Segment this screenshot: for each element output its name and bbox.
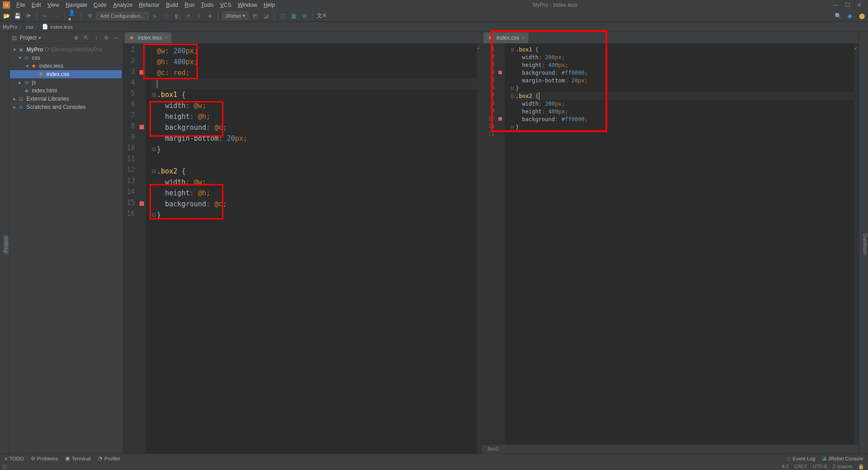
- notifications-icon[interactable]: ◉: [845, 11, 854, 20]
- tree-folder-js[interactable]: ▸🗀js: [10, 78, 122, 87]
- collapse-icon[interactable]: ⇱: [83, 34, 90, 41]
- close-tab-icon[interactable]: ×: [522, 35, 525, 41]
- crumb-folder[interactable]: css: [26, 24, 34, 30]
- crumb-selector[interactable]: .box2: [486, 446, 499, 451]
- code-line[interactable]: ⊟}: [510, 84, 854, 92]
- menu-navigate[interactable]: Navigate: [63, 1, 90, 9]
- code-line[interactable]: [151, 155, 477, 166]
- code-line[interactable]: width: 200px;: [510, 53, 854, 61]
- menu-view[interactable]: View: [45, 1, 62, 9]
- toolwin-jrebel-console[interactable]: ◪ JRebel Console: [822, 455, 863, 461]
- sync-icon[interactable]: ⟳: [24, 11, 33, 20]
- code-line[interactable]: @w: 200px;: [151, 46, 477, 56]
- code-line[interactable]: ⊟.box2 {: [151, 166, 477, 177]
- crumb-file[interactable]: index.less: [50, 24, 72, 30]
- breakpoint-gutter[interactable]: [139, 44, 146, 454]
- code-line[interactable]: width: 200px;: [510, 100, 854, 107]
- close-icon[interactable]: ✕: [856, 2, 863, 8]
- status-line-sep[interactable]: CRLF: [794, 464, 807, 470]
- code-line[interactable]: ⊟}: [151, 144, 477, 155]
- menu-tools[interactable]: Tools: [198, 1, 217, 9]
- editor-body-right[interactable]: 123456789101112 ⊟.box1 { width: 200px; h…: [482, 44, 858, 444]
- code-line[interactable]: background: @c;: [151, 122, 477, 133]
- code-line[interactable]: [510, 131, 854, 138]
- user-icon[interactable]: 👤▾: [68, 11, 78, 20]
- forward-icon[interactable]: →: [52, 11, 61, 20]
- run-icon[interactable]: ▶: [150, 11, 160, 20]
- menu-code[interactable]: Code: [91, 1, 109, 9]
- code-line[interactable]: @h: 400px;: [151, 56, 477, 67]
- code-line[interactable]: background: @c;: [151, 199, 477, 209]
- toolwin-problems[interactable]: ⊘ Problems: [31, 455, 58, 461]
- translate-icon[interactable]: 文A: [317, 11, 326, 20]
- tree-project-root[interactable]: ▾▣ MyPro D:\Develop\Web\MyPro: [10, 46, 122, 54]
- status-caret-pos[interactable]: 4:1: [782, 464, 789, 470]
- debug-icon[interactable]: 🐞: [161, 11, 170, 20]
- menu-help[interactable]: Help: [261, 1, 278, 9]
- search-icon[interactable]: 🔍: [833, 11, 842, 20]
- code-line[interactable]: ⊟.box1 {: [151, 89, 477, 100]
- menu-analyze[interactable]: Analyze: [110, 1, 135, 9]
- tree-file-index-less[interactable]: ▾⬣index.less: [10, 62, 122, 70]
- menu-window[interactable]: Window: [235, 1, 260, 9]
- code-line[interactable]: ⊟}: [510, 123, 854, 131]
- tree-folder-css[interactable]: ▾🗀css: [10, 54, 122, 62]
- coverage-icon[interactable]: ◧: [172, 11, 181, 20]
- code-line[interactable]: width: @w;: [151, 100, 477, 111]
- tree-file-index-html[interactable]: ·◆index.html: [10, 87, 122, 95]
- stop-icon[interactable]: ■: [205, 11, 214, 20]
- jr-debug-icon[interactable]: ◪: [261, 11, 270, 20]
- run-config-select[interactable]: Add Configuration...: [96, 12, 149, 20]
- code-area[interactable]: @w: 200px; @h: 400px; @c: red; ⊟.box1 { …: [146, 44, 477, 454]
- toolwin-terminal[interactable]: ▣ Terminal: [65, 455, 91, 461]
- code-line[interactable]: ⊟.box2 {: [510, 92, 854, 100]
- save-icon[interactable]: 💾: [13, 11, 22, 20]
- minimize-icon[interactable]: —: [832, 2, 839, 8]
- tool2-icon[interactable]: ▦: [289, 11, 298, 20]
- tool1-icon[interactable]: ⬚: [278, 11, 287, 20]
- menu-file[interactable]: File: [14, 1, 28, 9]
- expand-icon[interactable]: ⊕: [72, 34, 80, 41]
- select-icon[interactable]: ↕: [93, 34, 100, 41]
- code-line[interactable]: height: 400px;: [510, 107, 854, 115]
- gutter-project[interactable]: Project: [3, 235, 9, 254]
- menu-vcs[interactable]: VCS: [217, 1, 234, 9]
- tree-external-libraries[interactable]: ▸🕮External Libraries: [10, 95, 122, 103]
- menu-edit[interactable]: Edit: [29, 1, 44, 9]
- code-line[interactable]: height: @h;: [151, 111, 477, 122]
- toolwin-todo[interactable]: ≡ TODO: [5, 456, 24, 461]
- code-line[interactable]: [151, 78, 477, 89]
- code-line[interactable]: background: #ff0000;: [510, 115, 854, 123]
- back-icon[interactable]: ←: [41, 11, 50, 20]
- tab-index-less[interactable]: ⬣ index.less ×: [125, 32, 171, 43]
- toolwin-profiler[interactable]: ◔ Profiler: [98, 455, 120, 461]
- tree-file-index-css[interactable]: ·⬣index.css: [10, 70, 122, 78]
- profile-icon[interactable]: ◔: [183, 11, 192, 20]
- status-encoding[interactable]: UTF-8: [813, 464, 827, 470]
- status-indent[interactable]: 2 spaces: [832, 464, 852, 470]
- code-line[interactable]: margin-bottom: 20px;: [151, 133, 477, 144]
- breakpoint-gutter[interactable]: [497, 44, 505, 444]
- toolwin-eventlog[interactable]: ◌ Event Log: [786, 455, 816, 461]
- lock-icon[interactable]: 🔒: [858, 464, 864, 470]
- code-line[interactable]: width: @w;: [151, 177, 477, 188]
- hammer-icon[interactable]: ⚒: [85, 11, 94, 20]
- gutter-database[interactable]: Database: [863, 232, 868, 257]
- tab-index-css[interactable]: ⬣ index.css ×: [484, 32, 528, 43]
- close-tab-icon[interactable]: ×: [165, 35, 167, 41]
- code-area[interactable]: ⊟.box1 { width: 200px; height: 400px; ba…: [505, 44, 854, 444]
- tool3-icon[interactable]: ⊘: [300, 11, 309, 20]
- code-line[interactable]: ⊟}: [151, 209, 477, 220]
- attach-icon[interactable]: ⤓: [194, 11, 203, 20]
- hide-icon[interactable]: —: [113, 34, 120, 41]
- code-line[interactable]: background: #ff0000;: [510, 69, 854, 77]
- code-line[interactable]: height: 400px;: [510, 61, 854, 69]
- gear-icon[interactable]: ⚙: [103, 34, 110, 41]
- menu-refactor[interactable]: Refactor: [136, 1, 162, 9]
- open-icon[interactable]: 📂: [2, 11, 11, 20]
- maximize-icon[interactable]: ☐: [844, 2, 851, 8]
- status-box-icon[interactable]: ◻: [0, 464, 7, 470]
- menu-build[interactable]: Build: [163, 1, 181, 9]
- menu-run[interactable]: Run: [182, 1, 197, 9]
- tree-scratches[interactable]: ▸◎Scratches and Consoles: [10, 103, 122, 111]
